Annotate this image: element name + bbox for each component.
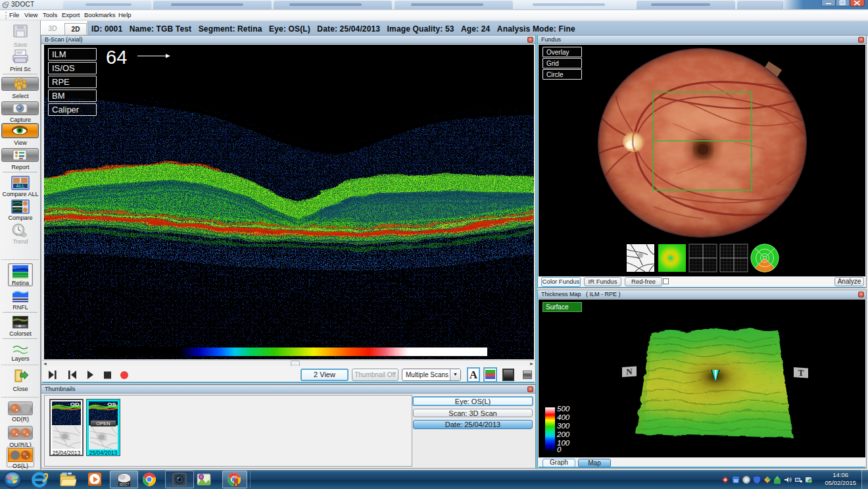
svg-text:200: 200 (556, 430, 570, 438)
svg-text:400: 400 (557, 413, 570, 421)
svg-text:3DOCT: 3DOCT (119, 483, 130, 486)
svg-text:N: N (626, 367, 633, 377)
svg-text:ALL: ALL (16, 184, 25, 188)
svg-text:OD: OD (70, 401, 80, 407)
svg-text:OS: OS (107, 401, 116, 407)
svg-text:w: w (733, 477, 738, 484)
svg-text:500: 500 (557, 405, 570, 413)
svg-text:0: 0 (557, 446, 562, 453)
svg-text:T: T (798, 367, 804, 378)
svg-text:300: 300 (557, 422, 570, 430)
